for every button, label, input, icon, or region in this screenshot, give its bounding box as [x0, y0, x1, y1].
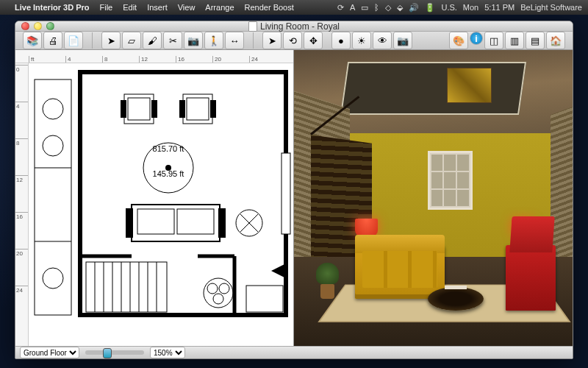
- info-button[interactable]: i: [470, 32, 483, 45]
- svg-rect-12: [183, 94, 212, 124]
- svg-rect-20: [177, 209, 214, 234]
- svg-rect-2: [35, 79, 71, 315]
- inspector-panel-button[interactable]: ◫: [484, 32, 503, 49]
- document-icon: [248, 21, 257, 32]
- svg-point-7: [43, 268, 63, 289]
- floorplan-canvas[interactable]: 815.70 ft 145.95 ft: [29, 63, 293, 346]
- close-button[interactable]: [21, 22, 29, 30]
- menu-arrange[interactable]: Arrange: [205, 3, 234, 12]
- svg-rect-18: [132, 205, 220, 241]
- library-panel-button[interactable]: ▥: [505, 32, 524, 49]
- minimize-button[interactable]: [34, 22, 42, 30]
- svg-rect-10: [121, 100, 126, 118]
- dimension-2: 145.95 ft: [153, 169, 184, 178]
- zoom-selector[interactable]: 150%: [150, 347, 185, 358]
- sofa: [355, 245, 444, 298]
- statusbar: Ground Floor 150%: [15, 346, 573, 358]
- clock-day[interactable]: Mon: [463, 3, 478, 12]
- svg-rect-13: [187, 98, 209, 120]
- svg-rect-9: [128, 98, 150, 120]
- input-flag[interactable]: U.S.: [441, 3, 456, 12]
- render-panel[interactable]: [294, 50, 573, 346]
- svg-point-3: [43, 99, 63, 119]
- menubar-status: ⟳ A ▭ ᛒ ◇ ⬙ 🔊 🔋 U.S. Mon 5:11 PM BeLight…: [337, 3, 582, 13]
- menu-file[interactable]: File: [99, 3, 112, 12]
- potted-plant: [316, 263, 338, 298]
- svg-rect-42: [282, 153, 290, 234]
- svg-point-39: [207, 283, 218, 294]
- measure-tool[interactable]: ✂: [163, 32, 182, 49]
- project-panel-button[interactable]: ▤: [526, 32, 545, 49]
- clock-time[interactable]: 5:11 PM: [484, 3, 514, 12]
- display-icon[interactable]: ▭: [361, 3, 368, 13]
- pan-tool[interactable]: ✥: [304, 32, 323, 49]
- orbit-tool[interactable]: ⟲: [283, 32, 302, 49]
- view-toggle[interactable]: 👁: [373, 32, 392, 49]
- dimension-1: 815.70 ft: [153, 144, 184, 153]
- adobe-icon[interactable]: A: [350, 3, 355, 12]
- battery-icon[interactable]: 🔋: [425, 3, 435, 13]
- svg-rect-21: [126, 208, 133, 238]
- walkthrough-tool[interactable]: 🚶: [204, 32, 223, 49]
- volume-icon[interactable]: 🔊: [409, 3, 419, 13]
- select-3d-tool[interactable]: ➤: [262, 32, 282, 49]
- svg-rect-22: [218, 208, 226, 238]
- svg-rect-14: [179, 100, 185, 118]
- snapshot-button[interactable]: 📷: [393, 32, 412, 49]
- wall-mirror: [428, 151, 473, 210]
- sync-icon[interactable]: ⟳: [337, 3, 344, 13]
- svg-point-40: [219, 283, 229, 294]
- system-menubar: Live Interior 3D Pro File Edit Insert Vi…: [0, 0, 588, 15]
- svg-rect-15: [210, 100, 216, 118]
- floorplan-panel[interactable]: ft4812162024 04812162024: [15, 50, 294, 346]
- bluetooth-icon[interactable]: ᛒ: [374, 3, 379, 12]
- menu-view[interactable]: View: [178, 3, 196, 12]
- horizontal-ruler: ft4812162024: [15, 50, 293, 63]
- wifi-icon[interactable]: ⬙: [397, 3, 403, 13]
- paint-tool[interactable]: 🖌: [143, 32, 162, 49]
- app-name[interactable]: Live Interior 3D Pro: [15, 3, 89, 12]
- zoom-button[interactable]: [46, 22, 54, 30]
- vendor-label[interactable]: BeLight Software: [520, 3, 582, 12]
- menu-render-boost[interactable]: Render Boost: [245, 3, 294, 12]
- menu-edit[interactable]: Edit: [123, 3, 137, 12]
- light-toggle[interactable]: ☀: [352, 32, 371, 49]
- window-title-text: Living Room - Royal: [260, 21, 340, 32]
- svg-marker-44: [271, 263, 286, 278]
- app-window: Living Room - Royal 📚 🖨 📄 ➤ ▱ 🖌 ✂ 📷 🚶 ↔: [15, 21, 573, 359]
- svg-rect-11: [151, 100, 157, 118]
- library-button[interactable]: 📚: [23, 32, 42, 49]
- titlebar[interactable]: Living Room - Royal: [15, 21, 573, 32]
- svg-rect-29: [86, 262, 167, 312]
- file-button[interactable]: 📄: [64, 32, 83, 49]
- menu-insert[interactable]: Insert: [147, 3, 168, 12]
- print-button[interactable]: 🖨: [43, 32, 62, 49]
- wall-art: [447, 68, 492, 103]
- dimension-tool[interactable]: ↔: [225, 32, 244, 49]
- svg-point-4: [43, 135, 63, 156]
- svg-point-41: [213, 294, 223, 304]
- svg-rect-43: [246, 286, 283, 312]
- toolbar: 📚 🖨 📄 ➤ ▱ 🖌 ✂ 📷 🚶 ↔ ➤ ⟲ ✥ ●: [15, 32, 573, 50]
- record-button[interactable]: ●: [331, 32, 351, 49]
- pointer-tool[interactable]: ➤: [101, 32, 121, 49]
- svg-point-38: [204, 278, 233, 308]
- palette-button[interactable]: 🎨: [449, 32, 468, 49]
- window-title: Living Room - Royal: [248, 21, 340, 32]
- coffee-table: [428, 287, 484, 311]
- camera-tool[interactable]: 📷: [184, 32, 203, 49]
- home-button[interactable]: 🏠: [546, 32, 565, 49]
- vertical-ruler: 04812162024: [15, 63, 29, 346]
- dropbox-icon[interactable]: ◇: [385, 3, 391, 13]
- svg-rect-19: [137, 209, 174, 234]
- zoom-slider[interactable]: [85, 350, 144, 355]
- svg-rect-8: [124, 94, 154, 124]
- wall-tool[interactable]: ▱: [122, 32, 141, 49]
- armchair: [506, 245, 556, 310]
- floor-selector[interactable]: Ground Floor: [20, 347, 79, 358]
